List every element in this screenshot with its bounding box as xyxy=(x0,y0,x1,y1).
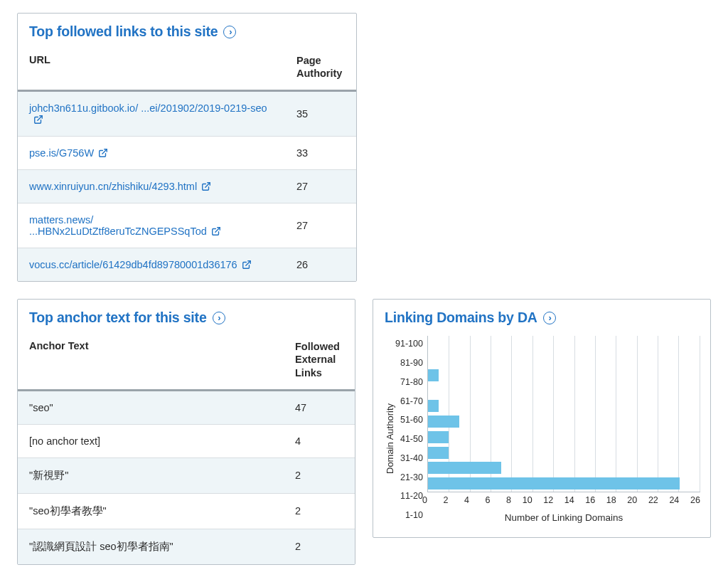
chart-bar[interactable] xyxy=(428,416,459,428)
chart-bar[interactable] xyxy=(428,431,449,443)
svg-line-1 xyxy=(102,149,107,154)
bar-row xyxy=(428,414,700,430)
bar-row xyxy=(428,429,700,445)
anchor-text-table: Anchor Text Followed External Links "seo… xyxy=(18,333,355,564)
col-anchor-header: Anchor Text xyxy=(18,333,284,390)
page-authority-cell: 33 xyxy=(285,137,356,170)
followed-links-title: Top followed links to this site xyxy=(29,23,218,40)
external-link-icon[interactable] xyxy=(201,181,211,191)
chart-bar[interactable] xyxy=(428,462,501,474)
external-link-icon[interactable] xyxy=(98,148,108,158)
y-tick: 61-70 xyxy=(395,393,427,409)
page-authority-cell: 27 xyxy=(285,170,356,203)
table-row: www.xinruiyun.cn/zhishiku/4293.html27 xyxy=(18,170,356,203)
x-axis-ticks: 02468101214161820222426 xyxy=(427,492,700,505)
svg-line-2 xyxy=(205,183,210,187)
y-tick: 31-40 xyxy=(395,450,427,466)
chart-plot-area xyxy=(427,336,700,492)
table-row: johch3n611u.gitbook.io/ ...ei/201902/201… xyxy=(18,91,356,137)
followed-link[interactable]: pse.is/G756W xyxy=(29,147,94,159)
table-row: matters.news/ ...HBNx2LuDtZtf8eruTcZNGEP… xyxy=(18,203,356,248)
linking-domains-title: Linking Domains by DA xyxy=(385,309,537,326)
external-link-icon[interactable] xyxy=(211,226,221,236)
anchor-text-header[interactable]: Top anchor text for this site xyxy=(18,300,355,333)
info-icon[interactable] xyxy=(213,312,225,324)
url-cell: www.xinruiyun.cn/zhishiku/4293.html xyxy=(18,170,285,203)
bar-row xyxy=(428,337,700,352)
anchor-text-cell: "seo" xyxy=(18,390,284,424)
bar-row xyxy=(428,383,700,398)
chart-bar[interactable] xyxy=(428,400,439,412)
svg-line-3 xyxy=(215,228,220,232)
svg-line-4 xyxy=(245,261,250,265)
anchor-count-cell: 2 xyxy=(284,529,355,564)
bar-row xyxy=(428,398,700,414)
bar-row xyxy=(428,352,700,368)
linking-domains-card: Linking Domains by DA Domain Authority 9… xyxy=(373,299,711,538)
url-cell: pse.is/G756W xyxy=(18,137,285,170)
followed-link[interactable]: vocus.cc/article/61429db4fd89780001d3617… xyxy=(29,259,237,270)
anchor-text-title: Top anchor text for this site xyxy=(29,309,207,326)
table-row: vocus.cc/article/61429db4fd89780001d3617… xyxy=(18,248,356,282)
info-icon[interactable] xyxy=(543,312,556,324)
y-tick: 91-100 xyxy=(395,336,427,351)
followed-link[interactable]: www.xinruiyun.cn/zhishiku/4293.html xyxy=(29,181,197,192)
col-url-header: URL xyxy=(18,47,285,91)
anchor-count-cell: 2 xyxy=(284,493,355,529)
anchor-count-cell: 2 xyxy=(284,457,355,493)
url-cell: matters.news/ ...HBNx2LuDtZtf8eruTcZNGEP… xyxy=(18,203,285,248)
external-link-icon[interactable] xyxy=(33,115,43,125)
page-authority-cell: 26 xyxy=(285,248,356,282)
anchor-count-cell: 4 xyxy=(284,424,355,457)
y-tick: 71-80 xyxy=(395,374,427,390)
bar-row xyxy=(428,476,700,492)
anchor-text-cell: "seo初學者教學" xyxy=(18,493,284,529)
page-authority-cell: 27 xyxy=(285,203,356,248)
followed-link[interactable]: matters.news/ ...HBNx2LuDtZtf8eruTcZNGEP… xyxy=(29,214,207,237)
table-row: pse.is/G756W33 xyxy=(18,137,356,170)
y-tick: 41-50 xyxy=(395,431,427,447)
table-row: "seo"47 xyxy=(18,390,355,424)
table-row: "新視野"2 xyxy=(18,457,355,493)
linking-domains-chart: Domain Authority 91-10081-9071-8061-7051… xyxy=(373,333,710,537)
bar-row xyxy=(428,368,700,383)
followed-link[interactable]: johch3n611u.gitbook.io/ ...ei/201902/201… xyxy=(29,102,267,114)
col-links-header: Followed External Links xyxy=(284,333,355,390)
chart-bar[interactable] xyxy=(428,477,680,490)
table-row: "seo初學者教學"2 xyxy=(18,493,355,529)
anchor-text-cell: "認識網頁設計 seo初學者指南" xyxy=(18,529,284,564)
chart-bar[interactable] xyxy=(428,369,439,381)
linking-domains-header[interactable]: Linking Domains by DA xyxy=(373,300,710,333)
y-tick: 21-30 xyxy=(395,470,427,485)
anchor-text-card: Top anchor text for this site Anchor Tex… xyxy=(17,299,355,564)
anchor-text-cell: "新視野" xyxy=(18,457,284,493)
chart-bar[interactable] xyxy=(428,447,449,459)
anchor-text-cell: [no anchor text] xyxy=(18,424,284,457)
followed-links-table: URL Page Authority johch3n611u.gitbook.i… xyxy=(18,47,356,281)
url-cell: vocus.cc/article/61429db4fd89780001d3617… xyxy=(18,248,285,282)
y-axis-label: Domain Authority xyxy=(383,336,395,523)
anchor-count-cell: 47 xyxy=(284,390,355,424)
external-link-icon[interactable] xyxy=(242,260,252,270)
page-authority-cell: 35 xyxy=(285,91,356,137)
table-row: "認識網頁設計 seo初學者指南"2 xyxy=(18,529,355,564)
followed-links-header[interactable]: Top followed links to this site xyxy=(18,14,356,47)
x-axis-label: Number of Linking Domains xyxy=(427,505,700,523)
info-icon[interactable] xyxy=(223,26,236,38)
url-cell: johch3n611u.gitbook.io/ ...ei/201902/201… xyxy=(18,91,285,137)
y-tick: 81-90 xyxy=(395,355,427,371)
col-pa-header: Page Authority xyxy=(285,47,356,91)
bar-row xyxy=(428,445,700,460)
table-row: [no anchor text]4 xyxy=(18,424,355,457)
svg-line-0 xyxy=(38,116,42,120)
bar-row xyxy=(428,460,700,476)
y-tick: 51-60 xyxy=(395,412,427,428)
followed-links-card: Top followed links to this site URL Page… xyxy=(17,13,357,282)
y-tick: 1-10 xyxy=(395,507,427,523)
